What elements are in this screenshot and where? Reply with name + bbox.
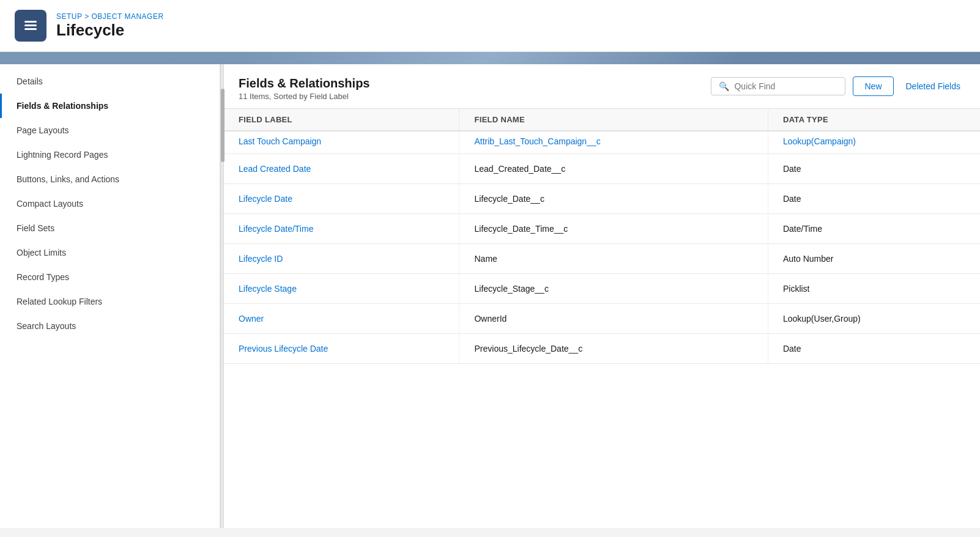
field-type-cell-3: Auto Number [768,244,980,274]
api-name-cell-5: OwnerId [459,304,768,334]
api-name-cell-0: Lead_Created_Date__c [459,154,768,184]
field-label-cell-1: Lifecycle Date [224,184,459,214]
search-box[interactable]: 🔍 [711,77,845,95]
new-button[interactable]: New [853,76,893,96]
field-label-link-5[interactable]: Owner [239,314,264,324]
field-type-cell-4: Picklist [768,274,980,304]
page-title: Lifecycle [56,21,164,40]
sidebar-item-related-lookup-filters[interactable]: Related Lookup Filters [0,289,220,314]
content-title-area: Fields & Relationships 11 Items, Sorted … [239,76,369,101]
field-label-cell-5: Owner [224,304,459,334]
table-row: Lifecycle StageLifecycle_Stage__cPicklis… [224,274,980,304]
field-label-link-2[interactable]: Lifecycle Date/Time [239,224,313,234]
table-row-partial: Last Touch Campaign Attrib_Last_Touch_Ca… [224,131,980,154]
table-row: Previous Lifecycle DatePrevious_Lifecycl… [224,334,980,364]
content-actions: 🔍 New Deleted Fields [711,76,965,96]
col-header-data-type: Data Type [768,109,980,131]
breadcrumb[interactable]: SETUP > OBJECT MANAGER [56,12,164,21]
api-name-cell-4: Lifecycle_Stage__c [459,274,768,304]
content-header: Fields & Relationships 11 Items, Sorted … [224,64,980,109]
content-subtitle: 11 Items, Sorted by Field Label [239,92,369,101]
object-icon [15,10,46,42]
scroll-thumb[interactable] [221,89,225,162]
sidebar-item-record-types[interactable]: Record Types [0,265,220,289]
api-name-cell-3: Name [459,244,768,274]
sidebar-item-field-sets[interactable]: Field Sets [0,216,220,240]
partial-field-label: Last Touch Campaign [224,131,459,154]
field-label-cell-6: Previous Lifecycle Date [224,334,459,364]
sidebar-item-object-limits[interactable]: Object Limits [0,240,220,265]
table-row: Lifecycle Date/TimeLifecycle_Date_Time__… [224,214,980,244]
field-type-cell-1: Date [768,184,980,214]
partial-field-type: Lookup(Campaign) [768,131,980,154]
deleted-fields-button[interactable]: Deleted Fields [901,77,966,95]
content-title: Fields & Relationships [239,76,369,91]
field-label-link-3[interactable]: Lifecycle ID [239,254,283,264]
svg-rect-2 [24,28,37,30]
field-label-cell-4: Lifecycle Stage [224,274,459,304]
sidebar-item-lightning-record-pages[interactable]: Lightning Record Pages [0,143,220,167]
header-text-group: SETUP > OBJECT MANAGER Lifecycle [56,12,164,40]
table-row: Lifecycle DateLifecycle_Date__cDate [224,184,980,214]
content-area: Fields & Relationships 11 Items, Sorted … [224,64,980,528]
table-row: Lifecycle IDNameAuto Number [224,244,980,274]
field-label-link-6[interactable]: Previous Lifecycle Date [239,344,328,354]
field-label-link-0[interactable]: Lead Created Date [239,164,311,174]
field-type-cell-2: Date/Time [768,214,980,244]
svg-rect-1 [24,24,37,26]
quick-find-input[interactable] [734,81,837,91]
field-label-link-1[interactable]: Lifecycle Date [239,194,292,204]
sidebar-item-details[interactable]: Details [0,69,220,94]
svg-rect-0 [24,21,37,23]
sidebar-item-fields-relationships[interactable]: Fields & Relationships [0,94,220,118]
last-touch-campaign-link[interactable]: Last Touch Campaign [239,136,321,146]
sidebar-item-compact-layouts[interactable]: Compact Layouts [0,191,220,216]
field-label-cell-2: Lifecycle Date/Time [224,214,459,244]
decorative-band [0,52,980,64]
sidebar: Details Fields & Relationships Page Layo… [0,64,220,528]
api-name-cell-2: Lifecycle_Date_Time__c [459,214,768,244]
field-type-cell-6: Date [768,334,980,364]
col-header-field-name: Field Name [459,109,768,131]
sidebar-item-search-layouts[interactable]: Search Layouts [0,314,220,338]
search-icon: 🔍 [719,81,729,91]
field-label-cell-0: Lead Created Date [224,154,459,184]
api-name-cell-6: Previous_Lifecycle_Date__c [459,334,768,364]
fields-table: Field Label Field Name Data Type Last To… [224,109,980,364]
col-header-field-label: Field Label [224,109,459,131]
table-row: OwnerOwnerIdLookup(User,Group) [224,304,980,334]
field-type-cell-0: Date [768,154,980,184]
sidebar-item-buttons-links-actions[interactable]: Buttons, Links, and Actions [0,167,220,191]
table-header-row: Field Label Field Name Data Type [224,109,980,131]
field-label-cell-3: Lifecycle ID [224,244,459,274]
sidebar-item-page-layouts[interactable]: Page Layouts [0,118,220,143]
field-type-cell-5: Lookup(User,Group) [768,304,980,334]
table-row: Lead Created DateLead_Created_Date__cDat… [224,154,980,184]
main-layout: Details Fields & Relationships Page Layo… [0,64,980,528]
api-name-cell-1: Lifecycle_Date__c [459,184,768,214]
partial-api-name: Attrib_Last_Touch_Campaign__c [459,131,768,154]
field-label-link-4[interactable]: Lifecycle Stage [239,284,297,294]
scroll-divider [220,64,224,528]
page-header: SETUP > OBJECT MANAGER Lifecycle [0,0,980,52]
